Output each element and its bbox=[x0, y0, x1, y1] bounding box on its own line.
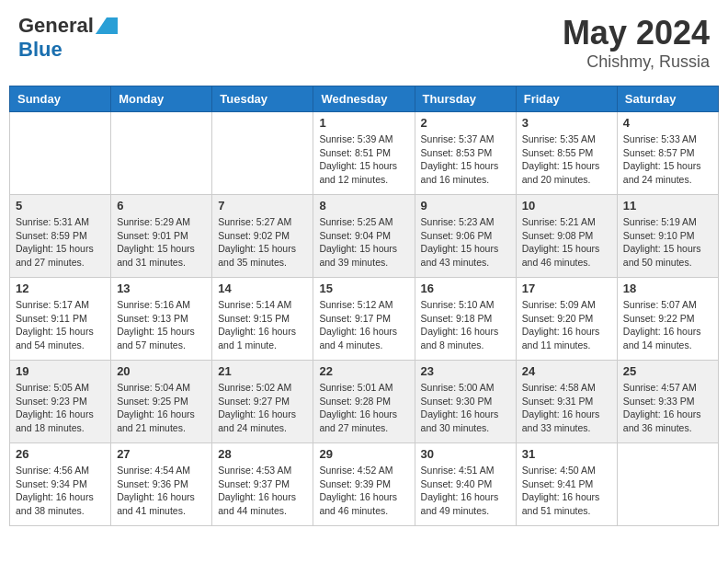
day-number: 15 bbox=[319, 282, 408, 295]
calendar-cell: 13Sunrise: 5:16 AM Sunset: 9:13 PM Dayli… bbox=[111, 278, 212, 361]
day-number: 12 bbox=[16, 282, 105, 295]
calendar-cell: 10Sunrise: 5:21 AM Sunset: 9:08 PM Dayli… bbox=[516, 195, 617, 278]
day-info: Sunrise: 4:51 AM Sunset: 9:40 PM Dayligh… bbox=[421, 464, 510, 518]
calendar-week-row: 5Sunrise: 5:31 AM Sunset: 8:59 PM Daylig… bbox=[10, 195, 719, 278]
calendar-cell: 26Sunrise: 4:56 AM Sunset: 9:34 PM Dayli… bbox=[10, 443, 111, 526]
day-info: Sunrise: 5:33 AM Sunset: 8:57 PM Dayligh… bbox=[623, 132, 712, 187]
day-number: 9 bbox=[421, 199, 510, 213]
calendar-cell: 11Sunrise: 5:19 AM Sunset: 9:10 PM Dayli… bbox=[617, 195, 718, 278]
calendar-location: Chishmy, Russia bbox=[563, 52, 710, 72]
day-info: Sunrise: 5:14 AM Sunset: 9:15 PM Dayligh… bbox=[218, 298, 307, 352]
calendar-cell: 7Sunrise: 5:27 AM Sunset: 9:02 PM Daylig… bbox=[212, 195, 313, 278]
day-number: 17 bbox=[522, 282, 611, 295]
day-number: 18 bbox=[623, 282, 712, 295]
calendar-cell: 21Sunrise: 5:02 AM Sunset: 9:27 PM Dayli… bbox=[212, 361, 313, 443]
calendar-cell: 30Sunrise: 4:51 AM Sunset: 9:40 PM Dayli… bbox=[415, 443, 516, 526]
day-info: Sunrise: 5:05 AM Sunset: 9:23 PM Dayligh… bbox=[16, 381, 105, 435]
day-number: 10 bbox=[522, 199, 611, 213]
calendar-cell: 15Sunrise: 5:12 AM Sunset: 9:17 PM Dayli… bbox=[313, 278, 415, 361]
day-number: 27 bbox=[117, 447, 206, 461]
calendar-cell: 12Sunrise: 5:17 AM Sunset: 9:11 PM Dayli… bbox=[10, 278, 111, 361]
day-number: 8 bbox=[319, 199, 408, 213]
day-number: 30 bbox=[421, 447, 510, 461]
day-number: 5 bbox=[16, 199, 105, 213]
calendar-cell: 4Sunrise: 5:33 AM Sunset: 8:57 PM Daylig… bbox=[617, 112, 718, 195]
logo-general-text: General bbox=[18, 14, 94, 38]
calendar-cell: 2Sunrise: 5:37 AM Sunset: 8:53 PM Daylig… bbox=[415, 112, 516, 195]
calendar-cell bbox=[111, 112, 212, 195]
calendar-week-row: 1Sunrise: 5:39 AM Sunset: 8:51 PM Daylig… bbox=[10, 112, 719, 195]
column-header-saturday: Saturday bbox=[617, 86, 718, 112]
day-info: Sunrise: 5:31 AM Sunset: 8:59 PM Dayligh… bbox=[16, 215, 105, 270]
day-number: 2 bbox=[421, 116, 510, 130]
day-number: 4 bbox=[623, 116, 712, 130]
title-block: May 2024 Chishmy, Russia bbox=[563, 14, 710, 72]
calendar-cell: 20Sunrise: 5:04 AM Sunset: 9:25 PM Dayli… bbox=[111, 361, 212, 443]
calendar-cell: 18Sunrise: 5:07 AM Sunset: 9:22 PM Dayli… bbox=[617, 278, 718, 361]
calendar-cell: 3Sunrise: 5:35 AM Sunset: 8:55 PM Daylig… bbox=[516, 112, 617, 195]
day-info: Sunrise: 5:16 AM Sunset: 9:13 PM Dayligh… bbox=[117, 298, 206, 352]
day-number: 28 bbox=[218, 447, 307, 461]
day-number: 13 bbox=[117, 282, 206, 295]
calendar-cell: 28Sunrise: 4:53 AM Sunset: 9:37 PM Dayli… bbox=[212, 443, 313, 526]
day-info: Sunrise: 5:25 AM Sunset: 9:04 PM Dayligh… bbox=[319, 215, 408, 270]
day-number: 23 bbox=[421, 364, 510, 378]
calendar-cell: 16Sunrise: 5:10 AM Sunset: 9:18 PM Dayli… bbox=[415, 278, 516, 361]
day-info: Sunrise: 5:04 AM Sunset: 9:25 PM Dayligh… bbox=[117, 381, 206, 435]
calendar-title: May 2024 bbox=[563, 14, 710, 52]
calendar-cell: 8Sunrise: 5:25 AM Sunset: 9:04 PM Daylig… bbox=[313, 195, 415, 278]
calendar-cell: 23Sunrise: 5:00 AM Sunset: 9:30 PM Dayli… bbox=[415, 361, 516, 443]
calendar-cell bbox=[10, 112, 111, 195]
calendar-cell: 5Sunrise: 5:31 AM Sunset: 8:59 PM Daylig… bbox=[10, 195, 111, 278]
day-number: 16 bbox=[421, 282, 510, 295]
day-info: Sunrise: 5:17 AM Sunset: 9:11 PM Dayligh… bbox=[16, 298, 105, 352]
day-info: Sunrise: 5:37 AM Sunset: 8:53 PM Dayligh… bbox=[421, 132, 510, 187]
day-info: Sunrise: 4:54 AM Sunset: 9:36 PM Dayligh… bbox=[117, 464, 206, 518]
day-info: Sunrise: 5:00 AM Sunset: 9:30 PM Dayligh… bbox=[421, 381, 510, 435]
day-number: 21 bbox=[218, 364, 307, 378]
day-info: Sunrise: 5:07 AM Sunset: 9:22 PM Dayligh… bbox=[623, 298, 712, 352]
calendar-header-row: SundayMondayTuesdayWednesdayThursdayFrid… bbox=[10, 86, 719, 112]
calendar-week-row: 12Sunrise: 5:17 AM Sunset: 9:11 PM Dayli… bbox=[10, 278, 719, 361]
calendar-cell: 19Sunrise: 5:05 AM Sunset: 9:23 PM Dayli… bbox=[10, 361, 111, 443]
day-info: Sunrise: 4:58 AM Sunset: 9:31 PM Dayligh… bbox=[522, 381, 611, 435]
day-info: Sunrise: 4:50 AM Sunset: 9:41 PM Dayligh… bbox=[522, 464, 611, 518]
calendar-cell: 25Sunrise: 4:57 AM Sunset: 9:33 PM Dayli… bbox=[617, 361, 718, 443]
calendar-cell: 1Sunrise: 5:39 AM Sunset: 8:51 PM Daylig… bbox=[313, 112, 415, 195]
column-header-monday: Monday bbox=[111, 86, 212, 112]
day-number: 29 bbox=[319, 447, 408, 461]
day-number: 25 bbox=[623, 364, 712, 378]
calendar-cell: 9Sunrise: 5:23 AM Sunset: 9:06 PM Daylig… bbox=[415, 195, 516, 278]
day-number: 22 bbox=[319, 364, 408, 378]
day-info: Sunrise: 5:35 AM Sunset: 8:55 PM Dayligh… bbox=[522, 132, 611, 187]
day-info: Sunrise: 5:12 AM Sunset: 9:17 PM Dayligh… bbox=[319, 298, 408, 352]
day-number: 6 bbox=[117, 199, 206, 213]
svg-marker-1 bbox=[96, 17, 118, 34]
column-header-wednesday: Wednesday bbox=[313, 86, 415, 112]
day-number: 19 bbox=[16, 364, 105, 378]
day-info: Sunrise: 5:39 AM Sunset: 8:51 PM Dayligh… bbox=[319, 132, 408, 187]
logo-icon bbox=[96, 17, 118, 34]
logo-blue-text: Blue bbox=[18, 38, 63, 62]
day-info: Sunrise: 5:09 AM Sunset: 9:20 PM Dayligh… bbox=[522, 298, 611, 352]
column-header-sunday: Sunday bbox=[10, 86, 111, 112]
day-number: 14 bbox=[218, 282, 307, 295]
day-number: 3 bbox=[522, 116, 611, 130]
calendar-cell: 14Sunrise: 5:14 AM Sunset: 9:15 PM Dayli… bbox=[212, 278, 313, 361]
day-info: Sunrise: 5:01 AM Sunset: 9:28 PM Dayligh… bbox=[319, 381, 408, 435]
calendar-cell: 22Sunrise: 5:01 AM Sunset: 9:28 PM Dayli… bbox=[313, 361, 415, 443]
day-number: 24 bbox=[522, 364, 611, 378]
day-info: Sunrise: 5:02 AM Sunset: 9:27 PM Dayligh… bbox=[218, 381, 307, 435]
day-info: Sunrise: 5:29 AM Sunset: 9:01 PM Dayligh… bbox=[117, 215, 206, 270]
day-info: Sunrise: 4:52 AM Sunset: 9:39 PM Dayligh… bbox=[319, 464, 408, 518]
day-info: Sunrise: 4:56 AM Sunset: 9:34 PM Dayligh… bbox=[16, 464, 105, 518]
calendar-cell: 17Sunrise: 5:09 AM Sunset: 9:20 PM Dayli… bbox=[516, 278, 617, 361]
column-header-friday: Friday bbox=[516, 86, 617, 112]
day-info: Sunrise: 4:53 AM Sunset: 9:37 PM Dayligh… bbox=[218, 464, 307, 518]
day-info: Sunrise: 5:27 AM Sunset: 9:02 PM Dayligh… bbox=[218, 215, 307, 270]
day-info: Sunrise: 5:21 AM Sunset: 9:08 PM Dayligh… bbox=[522, 215, 611, 270]
calendar-cell bbox=[212, 112, 313, 195]
day-number: 20 bbox=[117, 364, 206, 378]
calendar-cell: 31Sunrise: 4:50 AM Sunset: 9:41 PM Dayli… bbox=[516, 443, 617, 526]
day-info: Sunrise: 5:10 AM Sunset: 9:18 PM Dayligh… bbox=[421, 298, 510, 352]
